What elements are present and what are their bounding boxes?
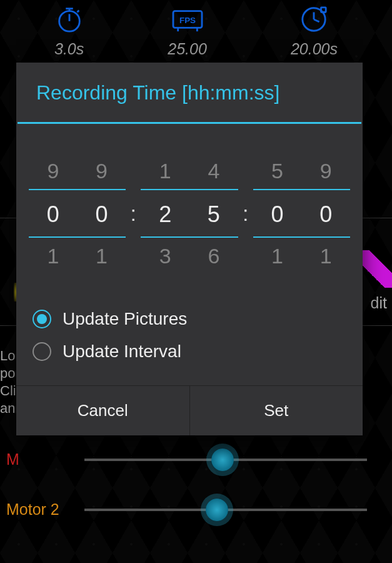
obscured-text-left: Lo po Cli an (0, 347, 16, 417)
motor-2-label: Motor 2 (6, 500, 78, 519)
ss-tens-wheel[interactable]: 5 0 1 (253, 153, 302, 274)
radio-indicator (33, 310, 51, 328)
time-picker: 9 0 1 9 0 1 : 1 2 3 4 5 6 : 5 0 1 9 (16, 124, 363, 299)
recording-time-dialog: Recording Time [hh:mm:ss] 9 0 1 9 0 1 : … (16, 63, 363, 435)
update-mode-radios: Update Pictures Update Interval (16, 299, 363, 385)
stat-clock-value: 20.00s (291, 40, 338, 58)
motor-1-slider[interactable] (84, 459, 367, 461)
mm-ones-wheel[interactable]: 4 5 6 (189, 153, 238, 274)
radio-label: Update Interval (63, 342, 181, 362)
ss-ones-wheel[interactable]: 9 0 1 (301, 153, 350, 274)
mm-tens-wheel[interactable]: 1 2 3 (141, 153, 189, 274)
set-button[interactable]: Set (190, 386, 363, 435)
top-stats-row: 3.0s FPS 25.00 20.00s (0, 0, 392, 58)
time-separator: : (238, 153, 253, 274)
radio-indicator (33, 342, 51, 361)
stat-stopwatch-value: 3.0s (54, 40, 84, 58)
time-separator: : (126, 153, 141, 274)
motor-1-row: M (0, 450, 392, 469)
stopwatch-icon (55, 5, 84, 34)
hh-ones-wheel[interactable]: 9 0 1 (78, 153, 126, 274)
svg-text:FPS: FPS (179, 16, 196, 25)
stat-stopwatch[interactable]: 3.0s (54, 5, 84, 58)
slider-thumb[interactable] (206, 499, 228, 521)
radio-label: Update Pictures (63, 309, 187, 329)
svg-rect-12 (321, 8, 326, 13)
stat-fps[interactable]: FPS 25.00 (168, 5, 207, 58)
stat-fps-value: 25.00 (168, 40, 207, 58)
fps-icon: FPS (169, 5, 206, 34)
dialog-title: Recording Time [hh:mm:ss] (16, 63, 363, 122)
svg-line-11 (314, 19, 319, 22)
dialog-button-bar: Cancel Set (16, 385, 363, 435)
cancel-button[interactable]: Cancel (16, 386, 190, 435)
radio-update-pictures[interactable]: Update Pictures (33, 303, 346, 335)
clock-icon (299, 5, 328, 34)
motor-2-slider[interactable] (84, 509, 367, 511)
slider-thumb[interactable] (211, 449, 234, 471)
radio-update-interval[interactable]: Update Interval (33, 335, 346, 368)
stat-clock[interactable]: 20.00s (291, 5, 338, 58)
motor-2-row: Motor 2 (0, 500, 392, 519)
motor-1-label: M (6, 450, 78, 469)
hh-tens-wheel[interactable]: 9 0 1 (29, 153, 78, 274)
svg-line-4 (77, 11, 79, 13)
